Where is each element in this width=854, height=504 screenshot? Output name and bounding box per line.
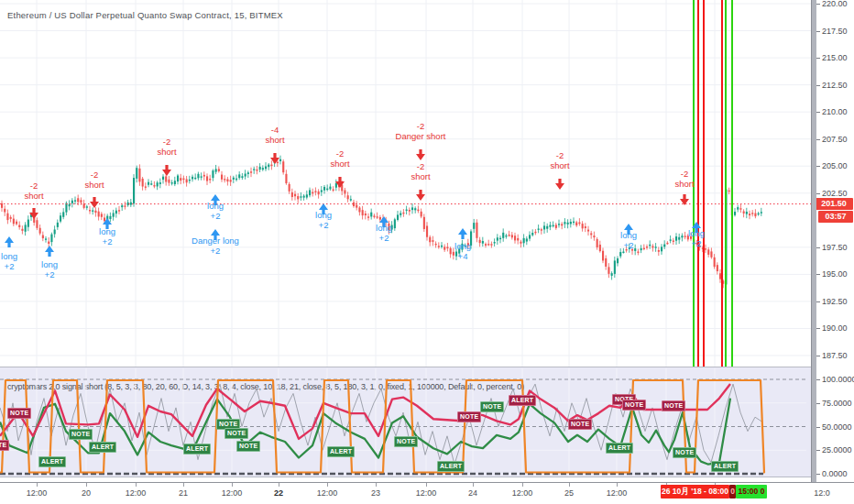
price-axis-scrollbar[interactable] — [811, 0, 816, 482]
indicator-tick-label: 0.0000 — [822, 469, 848, 478]
candle-body — [189, 180, 191, 181]
candle-body — [238, 174, 240, 178]
candle-body — [10, 217, 12, 219]
candle-body — [33, 214, 35, 223]
candle-body — [707, 249, 709, 255]
candle-body — [356, 205, 357, 208]
candle-body — [485, 244, 487, 246]
candle-body — [473, 223, 475, 229]
candle-body — [608, 267, 609, 273]
candle-body — [573, 222, 575, 223]
price-chart-pane[interactable]: Ethereum / US Dollar Perpetual Quanto Sw… — [0, 0, 811, 367]
time-tick-mark — [183, 483, 184, 487]
candle-body — [226, 179, 228, 181]
candle-body — [233, 178, 235, 180]
candle-body — [637, 252, 639, 253]
candle-body — [80, 200, 82, 203]
candle-body — [212, 170, 214, 178]
candle-body — [150, 183, 152, 184]
candle-body — [318, 192, 320, 194]
price-chart-canvas[interactable] — [0, 0, 811, 367]
candle-body — [450, 248, 452, 255]
candle-body — [411, 207, 413, 210]
candle-body — [585, 226, 586, 228]
pane-separator[interactable] — [0, 367, 811, 367]
candle-body — [758, 214, 760, 214]
candle-body — [523, 238, 525, 243]
price-tick-mark — [816, 356, 820, 356]
time-tick-label: 12:00 — [222, 488, 243, 498]
candle-body — [18, 225, 20, 227]
candle-body — [655, 247, 657, 247]
candle-body — [27, 220, 29, 227]
candle-body — [36, 220, 38, 228]
indicator-tick-mark — [816, 403, 820, 404]
candle-body — [582, 224, 584, 228]
candle-body — [687, 236, 689, 239]
candle-body — [6, 214, 8, 220]
candle-body — [751, 213, 753, 214]
candle-body — [675, 236, 677, 241]
candle-body — [329, 187, 331, 190]
candle-body — [270, 165, 272, 166]
candle-body — [640, 248, 642, 250]
time-axis[interactable]: 12:002012:002112:002212:002312:002412:00… — [0, 482, 854, 504]
candle-body — [470, 231, 472, 245]
candle-body — [142, 179, 144, 187]
candle-body — [262, 168, 264, 170]
time-tick-mark — [473, 483, 474, 487]
candle-body — [171, 182, 173, 183]
candle-body — [201, 176, 203, 177]
candle-body — [245, 174, 246, 177]
price-axis[interactable]: 220.00217.50215.00212.50210.00207.50205.… — [811, 0, 854, 482]
indicator-canvas[interactable] — [0, 367, 811, 477]
candle-body — [479, 240, 481, 243]
candle-body — [265, 167, 267, 170]
candle-body — [197, 174, 199, 179]
fast-line — [0, 384, 730, 439]
candle-body — [60, 215, 61, 221]
candle-body — [45, 238, 47, 239]
candle-body — [21, 229, 23, 231]
candle-body — [646, 247, 648, 247]
price-tick-mark — [816, 301, 820, 302]
price-tick-mark — [816, 4, 820, 5]
candle-body — [734, 212, 736, 215]
candle-body — [494, 242, 496, 243]
candle-body — [649, 245, 651, 246]
candle-body — [717, 265, 718, 271]
candle-body — [13, 219, 15, 225]
candle-body — [62, 212, 64, 216]
candle-body — [145, 186, 147, 187]
candle-body — [570, 222, 572, 224]
countdown-badge: 03:57 — [818, 211, 853, 223]
time-tick-mark — [37, 483, 38, 487]
candle-body — [417, 210, 419, 212]
price-tick-label: 195.00 — [822, 269, 848, 279]
candle-body — [297, 196, 299, 199]
candle-body — [629, 247, 630, 249]
candle-body — [65, 203, 67, 213]
candle-body — [423, 217, 425, 229]
candle-body — [517, 238, 519, 241]
candle-body — [377, 216, 378, 217]
time-tick-label: 25 — [564, 488, 574, 498]
price-tick-label: 207.50 — [822, 135, 848, 144]
candle-body — [605, 258, 607, 267]
candle-body — [247, 172, 249, 174]
candle-body — [391, 225, 393, 230]
candle-body — [666, 243, 668, 244]
candle-body — [458, 249, 460, 254]
candle-body — [192, 177, 193, 180]
candle-body — [546, 226, 548, 229]
candle-body — [4, 209, 5, 213]
candle-body — [490, 244, 492, 245]
candle-body — [338, 183, 340, 188]
candle-body — [253, 169, 255, 170]
candle-body — [681, 236, 683, 237]
candle-body — [453, 252, 454, 256]
candle-body — [529, 235, 531, 238]
time-tick-label: 12:00 — [126, 488, 147, 498]
time-tick-mark — [86, 483, 87, 487]
candle-body — [138, 169, 140, 182]
